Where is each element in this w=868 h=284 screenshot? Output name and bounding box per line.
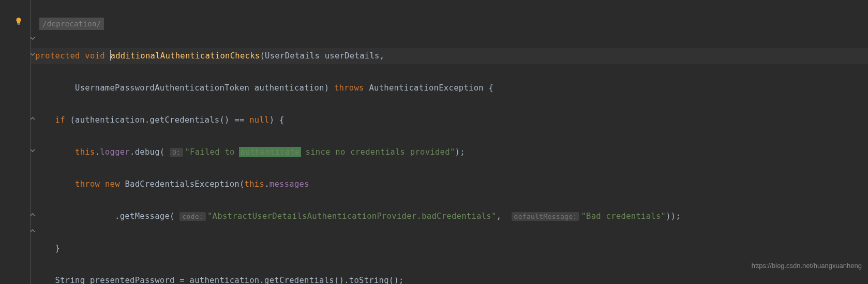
method-call: debug <box>135 147 160 157</box>
method-call: .getMessage( <box>115 212 175 221</box>
string: since no credentials provided" <box>301 147 455 157</box>
fold-gutter <box>24 0 31 284</box>
keyword: this <box>75 147 95 157</box>
keyword: protected <box>35 51 80 61</box>
type: BadCredentialsException <box>125 180 240 189</box>
param: userDetails <box>325 51 380 61</box>
keyword: throws <box>334 83 364 93</box>
fold-close-icon[interactable] <box>30 212 35 217</box>
fold-close-icon[interactable] <box>30 116 35 121</box>
code-text: String presentedPassword = authenticatio… <box>55 276 404 284</box>
code-line[interactable]: throw new BadCredentialsException(this.m… <box>31 176 868 192</box>
code-line[interactable]: String presentedPassword = authenticatio… <box>31 273 868 284</box>
code-text: (authentication.getCredentials() == <box>70 115 249 125</box>
code-text-area[interactable]: /deprecation/ protected void additionalA… <box>31 0 868 284</box>
code-line[interactable]: } <box>31 241 868 257</box>
svg-rect-0 <box>18 23 20 24</box>
code-line[interactable]: this.logger.debug( O:"Failed to authenti… <box>31 144 868 160</box>
code-editor[interactable]: /deprecation/ protected void additionalA… <box>0 0 868 284</box>
code-line[interactable]: UsernamePasswordAuthenticationToken auth… <box>31 80 868 96</box>
keyword: null <box>249 115 270 125</box>
type: AuthenticationException <box>369 83 484 93</box>
code-text: ) { <box>270 115 285 125</box>
code-line[interactable]: .getMessage( code:"AbstractUserDetailsAu… <box>31 208 868 225</box>
keyword: new <box>105 180 120 189</box>
field: logger <box>100 147 130 157</box>
keyword: void <box>85 51 105 61</box>
keyword: if <box>55 115 65 125</box>
param-hint: code: <box>179 212 206 221</box>
string: "Failed to <box>185 147 240 157</box>
fold-close-icon[interactable] <box>30 228 35 233</box>
fold-toggle-icon[interactable] <box>30 148 35 153</box>
field: messages <box>270 180 309 189</box>
intention-bulb-icon[interactable] <box>14 17 23 25</box>
brace: } <box>55 244 61 253</box>
keyword: this <box>245 180 265 189</box>
string: "Bad credentials" <box>581 212 666 221</box>
fold-toggle-icon[interactable] <box>30 36 35 41</box>
method-name: additionalAuthenticationChecks <box>111 51 260 61</box>
param-hint: O: <box>170 148 183 157</box>
code-line[interactable]: if (authentication.getCredentials() == n… <box>31 112 868 128</box>
type: UsernamePasswordAuthenticationToken <box>75 83 249 93</box>
param-hint: defaultMessage: <box>512 212 580 221</box>
breadcrumb[interactable]: /deprecation/ <box>39 18 104 30</box>
search-highlight: authenticate <box>239 147 301 157</box>
code-line[interactable]: protected void additionalAuthenticationC… <box>31 48 868 64</box>
svg-rect-1 <box>18 24 20 25</box>
param: authentication <box>255 83 324 93</box>
editor-gutter <box>0 0 31 284</box>
keyword: throw <box>75 180 100 189</box>
string: "AbstractUserDetailsAuthenticationProvid… <box>207 212 497 221</box>
watermark: https://blog.csdn.net/huangxuanheng <box>752 262 862 270</box>
type: UserDetails <box>265 51 320 61</box>
fold-toggle-icon[interactable] <box>30 52 35 57</box>
